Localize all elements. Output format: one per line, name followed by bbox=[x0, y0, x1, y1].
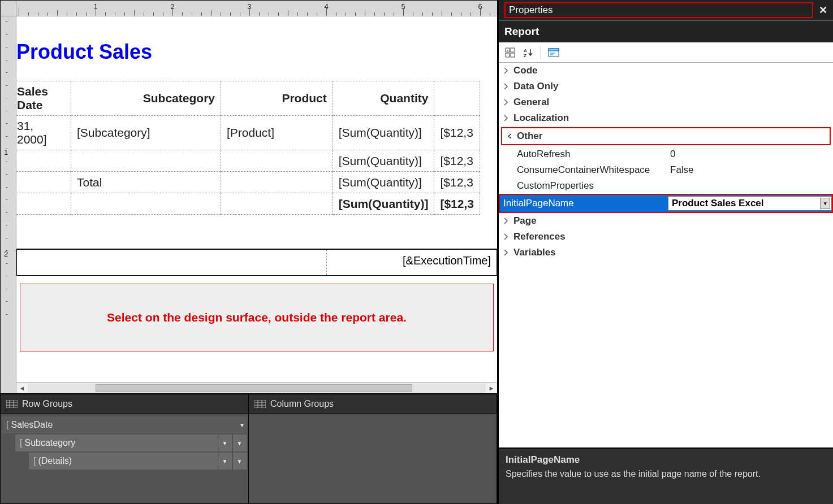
dropdown-icon[interactable]: ▼ bbox=[218, 435, 231, 451]
cell[interactable]: 31, 2000] bbox=[16, 116, 71, 150]
svg-text:A: A bbox=[524, 48, 527, 53]
cell-total[interactable]: [Sum(Quantity)] bbox=[333, 193, 434, 215]
prop-category-variables[interactable]: Variables bbox=[499, 245, 833, 260]
table-icon bbox=[6, 400, 18, 408]
svg-rect-11 bbox=[511, 48, 515, 52]
report-table[interactable]: Sales Date Subcategory Product Quantity … bbox=[16, 81, 480, 215]
property-desc-title: InitialPageName bbox=[506, 454, 826, 466]
page-footer[interactable]: [&ExecutionTime] bbox=[16, 249, 497, 276]
design-surface[interactable]: 123456 --------1--------2-------- Produc… bbox=[1, 1, 497, 393]
svg-text:Z: Z bbox=[524, 53, 526, 58]
svg-rect-18 bbox=[549, 49, 559, 51]
dropdown-icon[interactable]: ▾ bbox=[820, 198, 830, 209]
properties-panel-title: Properties bbox=[504, 2, 813, 18]
categorized-button[interactable]: + bbox=[502, 45, 518, 60]
cell-total[interactable] bbox=[16, 193, 71, 215]
cell[interactable]: [Product] bbox=[221, 116, 333, 150]
property-pages-button[interactable] bbox=[546, 45, 562, 60]
report-title[interactable]: Product Sales bbox=[16, 16, 497, 81]
prop-category-page[interactable]: Page bbox=[499, 213, 833, 229]
cell[interactable]: [Subcategory] bbox=[71, 116, 221, 150]
cell[interactable] bbox=[16, 150, 71, 172]
prop-category-localization[interactable]: Localization bbox=[499, 110, 833, 126]
prop-row-autorefresh[interactable]: AutoRefresh0 bbox=[499, 146, 833, 162]
cell-total[interactable] bbox=[71, 193, 221, 215]
row-group-item-details[interactable]: [(Details)▼▼ bbox=[29, 453, 247, 470]
cell-total[interactable]: [$12,3 bbox=[434, 193, 480, 215]
dropdown-icon[interactable]: ▼ bbox=[232, 435, 246, 451]
cell[interactable]: [$12,3 bbox=[434, 172, 480, 193]
prop-row-customproperties[interactable]: CustomProperties bbox=[499, 178, 833, 194]
column-groups-body[interactable] bbox=[249, 414, 497, 503]
col-product[interactable]: Product bbox=[221, 81, 333, 116]
horizontal-scrollbar[interactable]: ◄ ► bbox=[16, 382, 497, 393]
column-groups-label: Column Groups bbox=[270, 399, 334, 409]
row-groups-label: Row Groups bbox=[22, 399, 72, 409]
scroll-thumb[interactable] bbox=[96, 384, 412, 392]
properties-toolbar: + AZ bbox=[499, 42, 833, 63]
svg-rect-12 bbox=[506, 53, 510, 57]
scroll-left-icon[interactable]: ◄ bbox=[16, 383, 28, 393]
cell[interactable] bbox=[71, 150, 221, 172]
horizontal-ruler: 123456 bbox=[16, 1, 497, 16]
dropdown-icon[interactable]: ▼ bbox=[218, 453, 231, 470]
ruler-corner bbox=[1, 1, 16, 16]
vertical-ruler: --------1--------2-------- bbox=[1, 16, 16, 393]
dropdown-icon[interactable]: ▼ bbox=[232, 453, 246, 470]
prop-category-general[interactable]: General bbox=[499, 94, 833, 110]
prop-value-input[interactable]: Product Sales Excel▾ bbox=[668, 196, 832, 211]
cell[interactable] bbox=[16, 172, 71, 193]
cell[interactable] bbox=[221, 172, 333, 193]
prop-row-consumecontainerwhitespace[interactable]: ConsumeContainerWhitespaceFalse bbox=[499, 162, 833, 178]
col-quantity[interactable]: Quantity bbox=[333, 81, 434, 116]
col-subcategory[interactable]: Subcategory bbox=[71, 81, 221, 116]
col-sales-date[interactable]: Sales Date bbox=[16, 81, 71, 116]
col-amount[interactable] bbox=[434, 81, 480, 116]
svg-text:+: + bbox=[507, 49, 508, 52]
svg-rect-13 bbox=[511, 53, 515, 57]
hint-callout: Select on the design surface, outside th… bbox=[20, 284, 494, 351]
scroll-right-icon[interactable]: ► bbox=[486, 383, 497, 393]
cell[interactable]: [$12,3 bbox=[434, 116, 480, 150]
execution-time-field[interactable]: [&ExecutionTime] bbox=[327, 250, 497, 275]
properties-object-selector[interactable]: Report bbox=[499, 20, 833, 42]
cell[interactable]: [Sum(Quantity)] bbox=[333, 172, 434, 193]
property-desc-text: Specifies the value to use as the initia… bbox=[506, 469, 826, 479]
cell[interactable]: [Sum(Quantity)] bbox=[333, 150, 434, 172]
cell[interactable]: [Sum(Quantity)] bbox=[333, 116, 434, 150]
prop-category-references[interactable]: References bbox=[499, 229, 833, 245]
prop-category-other[interactable]: Other bbox=[502, 128, 830, 144]
cell[interactable]: [$12,3 bbox=[434, 150, 480, 172]
row-group-item-subcategory[interactable]: [Subcategory▼▼ bbox=[15, 435, 247, 451]
alphabetical-button[interactable]: AZ bbox=[520, 45, 536, 60]
svg-rect-0 bbox=[6, 400, 18, 408]
column-groups-header: Column Groups bbox=[249, 394, 497, 414]
cell[interactable] bbox=[221, 150, 333, 172]
prop-category-code[interactable]: Code bbox=[499, 63, 833, 79]
scroll-track[interactable] bbox=[28, 384, 486, 393]
table-icon bbox=[254, 400, 266, 408]
cell-total[interactable] bbox=[221, 193, 333, 215]
close-icon[interactable]: ✕ bbox=[819, 4, 827, 16]
row-groups-header: Row Groups bbox=[1, 394, 248, 414]
hint-text: Select on the design surface, outside th… bbox=[107, 311, 407, 324]
row-group-item-salesdate[interactable]: [SalesDate▼ bbox=[2, 416, 247, 433]
cell[interactable]: Total bbox=[71, 172, 221, 193]
prop-row-initialpagename[interactable]: InitialPageNameProduct Sales Excel▾ bbox=[499, 194, 833, 213]
svg-rect-5 bbox=[254, 400, 266, 408]
prop-category-data only[interactable]: Data Only bbox=[499, 79, 833, 94]
